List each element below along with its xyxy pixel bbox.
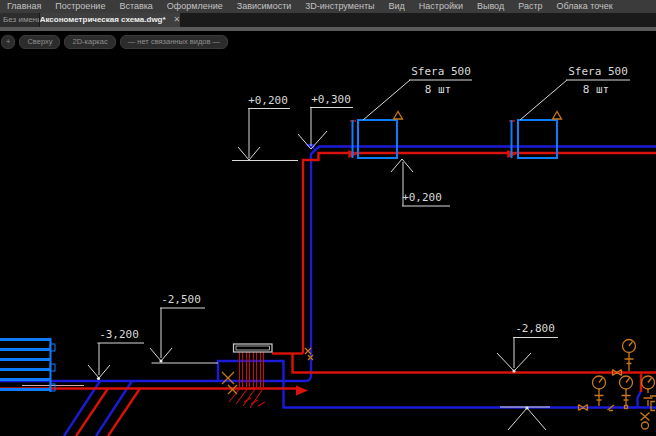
radiator-left[interactable] <box>0 338 55 392</box>
viewport-controls: + Сверху 2D-каркас — нет связанных видов… <box>1 35 228 49</box>
label-sfera1-qty[interactable]: 8 шт <box>405 84 471 96</box>
menu-item-rastr[interactable]: Растр <box>511 0 549 13</box>
menu-item-zavisimosti[interactable]: Зависимости <box>230 0 299 13</box>
label-sfera2-qty[interactable]: 8 шт <box>562 84 630 96</box>
add-viewport-button[interactable]: + <box>1 35 15 49</box>
menu-item-vstavka[interactable]: Вставка <box>112 0 159 13</box>
tab-unnamed-document[interactable]: Без имени0 <box>0 13 39 27</box>
toolbar-divider <box>0 27 656 31</box>
elevation-label-minus3200[interactable]: -3,200 <box>95 329 143 341</box>
elevation-label-mid-right[interactable]: +0,200 <box>398 192 446 204</box>
menu-item-nastroyki[interactable]: Настройки <box>412 0 470 13</box>
drawing-canvas[interactable] <box>0 0 656 436</box>
menu-item-postroenie[interactable]: Построение <box>48 0 112 13</box>
menu-item-vyvod[interactable]: Вывод <box>470 0 511 13</box>
menu-bar: Главная Построение Вставка Оформление За… <box>0 0 656 13</box>
radiator-connection-marks <box>349 121 515 157</box>
manifold-collector[interactable] <box>234 344 273 352</box>
air-vent-icon <box>394 112 403 120</box>
cad-application-window: Sfera 500 8 шт Sfera 500 8 шт +0,200 +0,… <box>0 0 656 436</box>
label-sfera2-name[interactable]: Sfera 500 <box>562 66 634 78</box>
supply-pipe-red[interactable] <box>0 153 656 436</box>
elevation-label-top-left[interactable]: +0,200 <box>244 95 292 107</box>
air-vent-icon <box>553 112 562 120</box>
tab-axonometric-scheme[interactable]: Аксонометрическая схема.dwg* ✕ <box>40 13 180 27</box>
menu-item-oformlenie[interactable]: Оформление <box>160 0 230 13</box>
menu-item-glavnaya[interactable]: Главная <box>0 0 48 13</box>
view-direction-button[interactable]: Сверху <box>19 35 60 49</box>
close-tab-icon[interactable]: ✕ <box>174 13 180 27</box>
elevation-label-minus2800[interactable]: -2,800 <box>511 323 559 335</box>
return-pipe-blue[interactable] <box>0 145 656 436</box>
tab-title: Аксонометрическая схема.dwg* <box>40 13 166 27</box>
label-sfera1-name[interactable]: Sfera 500 <box>405 66 477 78</box>
visual-style-button[interactable]: 2D-каркас <box>64 35 115 49</box>
document-tab-bar: Без имени0 Аксонометрическая схема.dwg* … <box>0 13 656 27</box>
elevation-label-top-mid[interactable]: +0,300 <box>307 94 355 106</box>
menu-item-3d-instrumenty[interactable]: 3D-инструменты <box>298 0 381 13</box>
linked-views-button[interactable]: — нет связанных видов — <box>120 35 228 49</box>
menu-item-vid[interactable]: Вид <box>382 0 412 13</box>
menu-item-oblaka-tochek[interactable]: Облака точек <box>550 0 620 13</box>
elevation-label-minus2500[interactable]: -2,500 <box>157 294 205 306</box>
